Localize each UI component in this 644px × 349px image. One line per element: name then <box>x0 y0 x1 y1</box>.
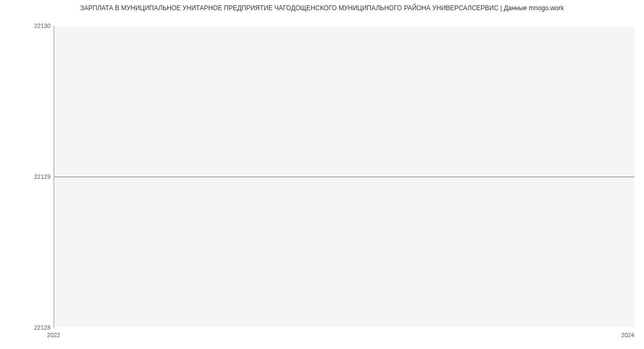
x-tick-label: 2022 <box>47 332 60 338</box>
plot-area <box>54 26 634 328</box>
data-line <box>54 177 634 178</box>
y-tick-label: 22128 <box>34 324 50 331</box>
x-tick-label: 2024 <box>621 332 634 338</box>
gridline-vertical <box>634 26 635 327</box>
chart-title: ЗАРПЛАТА В МУНИЦИПАЛЬНОЕ УНИТАРНОЕ ПРЕДП… <box>0 4 644 12</box>
y-tick-label: 22129 <box>34 173 50 180</box>
chart-container: ЗАРПЛАТА В МУНИЦИПАЛЬНОЕ УНИТАРНОЕ ПРЕДП… <box>0 0 644 349</box>
gridline-horizontal <box>54 26 634 26</box>
y-tick-label: 22130 <box>34 23 50 29</box>
gridline-horizontal <box>54 327 634 328</box>
